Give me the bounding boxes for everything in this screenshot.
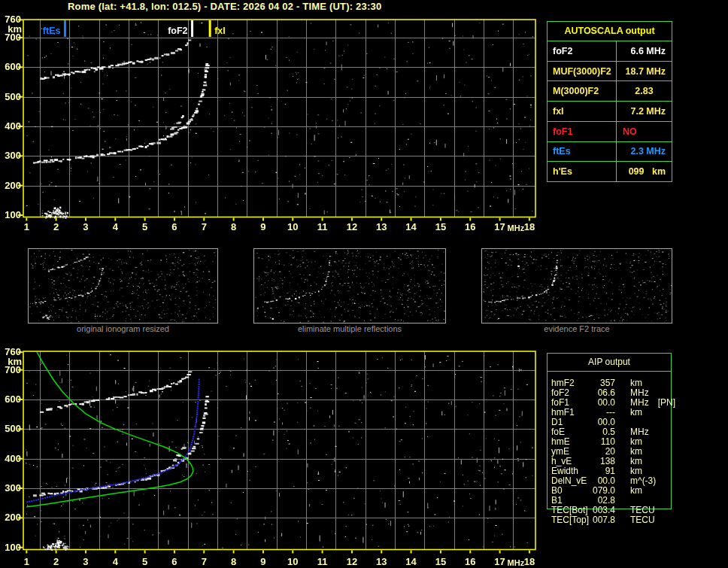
autoscala-value: NO [617,126,672,137]
aip-cell-u: TECU [630,515,653,525]
aip-cell-l: TEC[Top] [547,515,590,525]
autoscala-value: 18.7 MHz [617,66,672,77]
caption-eliminate-reflections: eliminate multiple reflections [253,324,446,334]
caption-original-ionogram: original ionogram resized [28,324,218,334]
aip-cell-u: km [630,486,653,496]
autoscala-value: 6.6 MHz [617,46,672,56]
autoscala-row-fxI: fxI 7.2 MHz [548,102,672,122]
autoscala-value: 2.83 [617,86,672,96]
aip-cell-e: [PN] [653,398,675,408]
aip-row-TEC-Top-: TEC[Top]007.8TECU [547,515,697,525]
autoscala-value: 099 km [617,166,672,177]
autoscala-row-MUF3000F2: MUF(3000)F2 18.7 MHz [548,62,672,82]
bottom-ionogram-plot [0,342,549,568]
page-title: Rome (lat: +41.8, lon: 012.5) - DATE: 20… [68,1,381,12]
mini-panel-evidence-f2-trace [481,248,672,323]
autoscala-row-hEs: h'Es 099 km [548,162,672,181]
autoscala-label: M(3000)F2 [548,81,617,101]
mini-panel-original-ionogram [28,248,218,323]
autoscala-value: 2.3 MHz [617,146,672,156]
aip-output-rows: hmF2357kmfoF206.6MHzfoF100.0MHz [PN]hmF1… [547,378,697,525]
aip-cell-v: 007.8 [590,515,615,525]
caption-evidence-f2-trace: evidence F2 trace [481,324,672,334]
autoscala-value: 7.2 MHz [617,106,672,117]
autoscala-row-foF1: foF1 NO [548,122,672,142]
autoscala-label: h'Es [548,162,617,181]
top-ionogram-plot [0,14,549,239]
autoscala-label: MUF(3000)F2 [548,62,617,81]
autoscala-row-M3000F2: M(3000)F2 2.83 [548,81,672,102]
aip-row-B0: B0079.0km [547,486,697,496]
mini-panel-eliminate-reflections [253,248,446,323]
autoscala-output-table: AUTOSCALA output foF2 6.6 MHz MUF(3000)F… [547,21,672,182]
aip-row-hmF1: hmF1---km [547,408,697,418]
aip-table-header: AIP output [548,354,671,372]
autoscala-label: ftEs [548,142,617,162]
aip-row-hmE: hmE110km [547,437,697,447]
autoscala-label: fxI [548,102,617,121]
autoscala-label: foF2 [548,41,617,61]
autoscala-row-foF2: foF2 6.6 MHz [548,41,672,62]
aip-row-D1: D100.0 [547,418,697,427]
autoscala-screen: Rome (lat: +41.8, lon: 012.5) - DATE: 20… [0,0,728,568]
autoscala-row-ftEs: ftEs 2.3 MHz [548,142,672,163]
autoscala-table-header: AUTOSCALA output [548,22,672,41]
aip-row-DelN-vE: DelN_vE00.0m^(-3) [547,476,697,486]
aip-row-hmF2: hmF2357km [547,378,697,388]
aip-cell-u: km [630,408,653,418]
autoscala-label: foF1 [548,122,617,141]
